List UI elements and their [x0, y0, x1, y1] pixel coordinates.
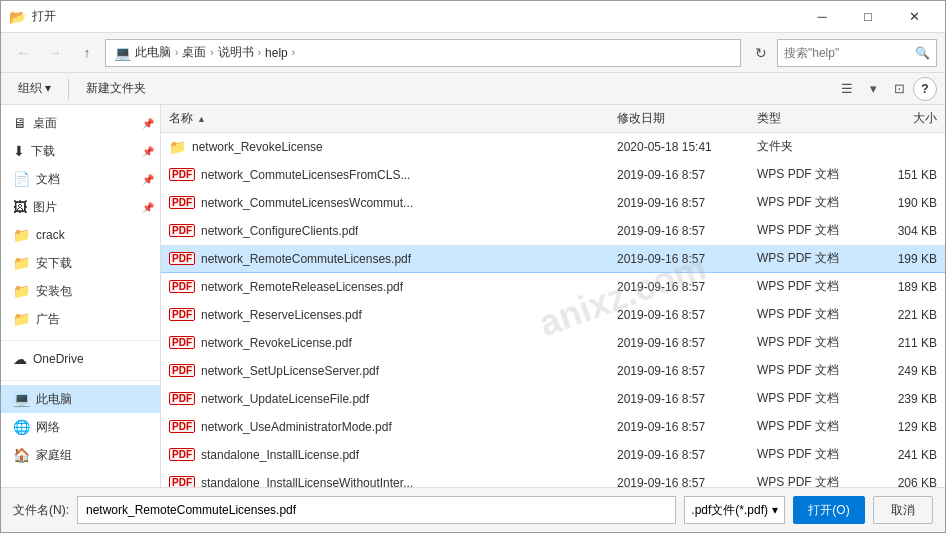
bottom-bar: 文件名(N): .pdf文件(*.pdf) ▾ 打开(O) 取消 — [1, 487, 945, 532]
pdf-icon: PDF — [169, 448, 195, 461]
address-toolbar: ← → ↑ 💻 此电脑 › 桌面 › 说明书 › help › ↻ 🔍 — [1, 33, 945, 73]
table-row[interactable]: PDF network_CommuteLicensesWcommut... 20… — [161, 189, 945, 217]
file-date: 2019-09-16 8:57 — [617, 224, 757, 238]
crumb-help[interactable]: help — [265, 46, 288, 60]
table-row[interactable]: PDF network_RemoteCommuteLicenses.pdf 20… — [161, 245, 945, 273]
file-name-cell: PDF network_SetUpLicenseServer.pdf — [169, 364, 617, 378]
sidebar-item-downloads[interactable]: ⬇ 下载 📌 — [1, 137, 160, 165]
view-dropdown-button[interactable]: ▾ — [861, 77, 885, 101]
filetype-dropdown[interactable]: .pdf文件(*.pdf) ▾ — [684, 496, 785, 524]
file-date: 2019-09-16 8:57 — [617, 420, 757, 434]
file-name-text: network_RemoteCommuteLicenses.pdf — [201, 252, 411, 266]
file-type: WPS PDF 文档 — [757, 334, 857, 351]
pdf-icon: PDF — [169, 308, 195, 321]
this-pc-icon: 💻 — [13, 391, 30, 407]
address-bar[interactable]: 💻 此电脑 › 桌面 › 说明书 › help › — [105, 39, 741, 67]
sidebar-item-ads[interactable]: 📁 广告 — [1, 305, 160, 333]
sidebar-item-crack[interactable]: 📁 crack — [1, 221, 160, 249]
file-type: WPS PDF 文档 — [757, 390, 857, 407]
pdf-icon: PDF — [169, 392, 195, 405]
file-size: 151 KB — [857, 168, 937, 182]
table-row[interactable]: PDF standalone_InstallLicenseWithoutInte… — [161, 469, 945, 487]
crumb-pc[interactable]: 此电脑 — [135, 44, 171, 61]
forward-button[interactable]: → — [41, 39, 69, 67]
file-type: WPS PDF 文档 — [757, 250, 857, 267]
table-row[interactable]: PDF network_RevokeLicense.pdf 2019-09-16… — [161, 329, 945, 357]
table-row[interactable]: PDF network_SetUpLicenseServer.pdf 2019-… — [161, 357, 945, 385]
view-pane-button[interactable]: ⊡ — [887, 77, 911, 101]
file-list-header: 名称 ▲ 修改日期 类型 大小 — [161, 105, 945, 133]
cancel-button[interactable]: 取消 — [873, 496, 933, 524]
organize-button[interactable]: 组织 ▾ — [9, 77, 60, 101]
back-button[interactable]: ← — [9, 39, 37, 67]
col-header-date[interactable]: 修改日期 — [617, 110, 757, 127]
sidebar-item-pictures[interactable]: 🖼 图片 📌 — [1, 193, 160, 221]
file-type: WPS PDF 文档 — [757, 306, 857, 323]
file-size: 199 KB — [857, 252, 937, 266]
sidebar-label-crack: crack — [36, 228, 65, 242]
table-row[interactable]: PDF network_RemoteReleaseLicenses.pdf 20… — [161, 273, 945, 301]
toolbar-separator — [68, 79, 69, 99]
sidebar-item-documents[interactable]: 📄 文档 📌 — [1, 165, 160, 193]
file-name-cell: PDF network_ReserveLicenses.pdf — [169, 308, 617, 322]
pin-icon-downloads: 📌 — [142, 146, 154, 157]
sort-arrow-name: ▲ — [197, 114, 206, 124]
col-header-size[interactable]: 大小 — [857, 110, 937, 127]
file-name-cell: PDF network_CommuteLicensesFromCLS... — [169, 168, 617, 182]
table-row[interactable]: PDF network_ConfigureClients.pdf 2019-09… — [161, 217, 945, 245]
sidebar-item-onedrive[interactable]: ☁ OneDrive — [1, 345, 160, 373]
pdf-icon: PDF — [169, 420, 195, 433]
sidebar-item-this-pc[interactable]: 💻 此电脑 — [1, 385, 160, 413]
sidebar-item-desktop[interactable]: 🖥 桌面 📌 — [1, 109, 160, 137]
file-size: 221 KB — [857, 308, 937, 322]
filetype-arrow: ▾ — [772, 503, 778, 517]
open-dialog: 📂 打开 ─ □ ✕ ← → ↑ 💻 此电脑 › 桌面 › 说明书 › help… — [0, 0, 946, 533]
col-header-name[interactable]: 名称 ▲ — [169, 110, 617, 127]
file-date: 2019-09-16 8:57 — [617, 168, 757, 182]
sidebar-label-network: 网络 — [36, 419, 60, 436]
pin-icon-pictures: 📌 — [142, 202, 154, 213]
file-type: WPS PDF 文档 — [757, 418, 857, 435]
open-button[interactable]: 打开(O) — [793, 496, 865, 524]
maximize-button[interactable]: □ — [845, 1, 891, 33]
file-name-cell: PDF network_RemoteReleaseLicenses.pdf — [169, 280, 617, 294]
table-row[interactable]: 📁 network_RevokeLicense 2020-05-18 15:41… — [161, 133, 945, 161]
search-input[interactable] — [784, 46, 911, 60]
search-box[interactable]: 🔍 — [777, 39, 937, 67]
help-button[interactable]: ? — [913, 77, 937, 101]
view-list-button[interactable]: ☰ — [835, 77, 859, 101]
pdf-icon: PDF — [169, 252, 195, 265]
sidebar-label-documents: 文档 — [36, 171, 60, 188]
table-row[interactable]: PDF standalone_InstallLicense.pdf 2019-0… — [161, 441, 945, 469]
filename-input[interactable] — [77, 496, 676, 524]
refresh-button[interactable]: ↻ — [749, 41, 773, 65]
file-name-text: network_UseAdministratorMode.pdf — [201, 420, 392, 434]
folder-icon: 📁 — [169, 139, 186, 155]
table-row[interactable]: PDF network_ReserveLicenses.pdf 2019-09-… — [161, 301, 945, 329]
close-button[interactable]: ✕ — [891, 1, 937, 33]
file-name-cell: PDF network_RemoteCommuteLicenses.pdf — [169, 252, 617, 266]
sidebar-item-network[interactable]: 🌐 网络 — [1, 413, 160, 441]
file-name-text: network_RemoteReleaseLicenses.pdf — [201, 280, 403, 294]
col-header-type[interactable]: 类型 — [757, 110, 857, 127]
crumb-docs[interactable]: 说明书 — [218, 44, 254, 61]
sidebar-label-packages: 安装包 — [36, 283, 72, 300]
pdf-icon: PDF — [169, 168, 195, 181]
sidebar-label-desktop: 桌面 — [33, 115, 57, 132]
file-type: WPS PDF 文档 — [757, 278, 857, 295]
sidebar-separator-1 — [1, 333, 160, 341]
table-row[interactable]: PDF network_UpdateLicenseFile.pdf 2019-0… — [161, 385, 945, 413]
sidebar-item-install[interactable]: 📁 安下载 — [1, 249, 160, 277]
table-row[interactable]: PDF network_UseAdministratorMode.pdf 201… — [161, 413, 945, 441]
pdf-icon: PDF — [169, 224, 195, 237]
sidebar-item-homegroup[interactable]: 🏠 家庭组 — [1, 441, 160, 469]
new-folder-button[interactable]: 新建文件夹 — [77, 77, 155, 101]
downloads-icon: ⬇ — [13, 143, 25, 159]
table-row[interactable]: PDF network_CommuteLicensesFromCLS... 20… — [161, 161, 945, 189]
minimize-button[interactable]: ─ — [799, 1, 845, 33]
file-size: 239 KB — [857, 392, 937, 406]
sidebar-item-packages[interactable]: 📁 安装包 — [1, 277, 160, 305]
up-button[interactable]: ↑ — [73, 39, 101, 67]
file-date: 2019-09-16 8:57 — [617, 280, 757, 294]
crumb-desktop[interactable]: 桌面 — [182, 44, 206, 61]
